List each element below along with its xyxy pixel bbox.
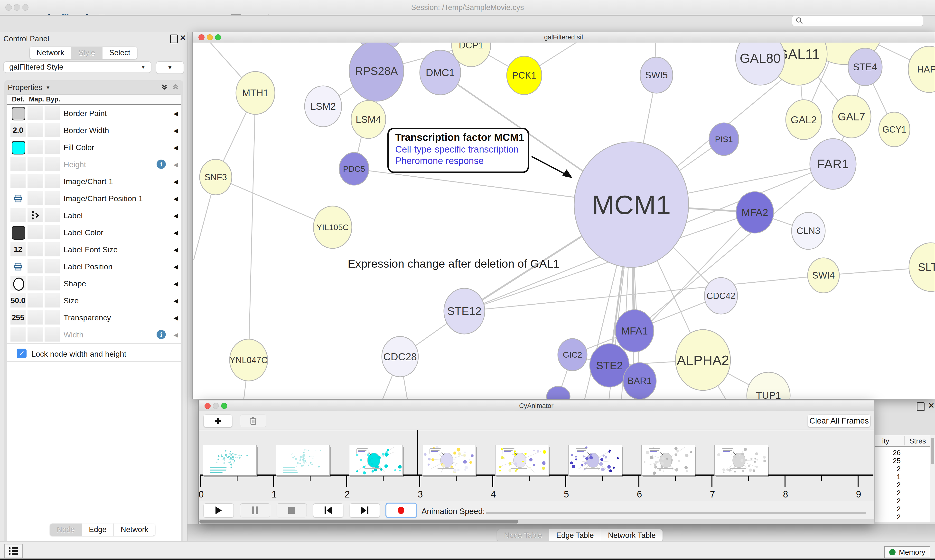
tab-network-table[interactable]: Network Table xyxy=(601,529,662,542)
property-row-label-font-size[interactable]: 12Label Font Size◀ xyxy=(7,241,181,258)
annotation-link[interactable]: Cell-type-specific transcription xyxy=(395,144,528,155)
frame-thumbnail-2[interactable] xyxy=(349,445,403,475)
chevron-down-icon[interactable]: ▼ xyxy=(46,85,50,91)
expand-property-icon[interactable]: ◀ xyxy=(174,212,178,219)
property-row-shape[interactable]: Shape◀ xyxy=(7,275,181,293)
property-row-border-paint[interactable]: Border Paint◀ xyxy=(7,105,181,122)
animation-speed-slider[interactable] xyxy=(486,512,866,514)
property-row-height[interactable]: Heighti◀ xyxy=(7,156,181,174)
default-value-cell[interactable] xyxy=(11,140,26,154)
property-row-transparency[interactable]: 255Transparency◀ xyxy=(7,309,181,327)
network-node-mcm1[interactable]: MCM1 xyxy=(574,142,688,267)
network-node-gal7[interactable]: GAL7 xyxy=(832,95,871,138)
close-panel-icon[interactable]: ✕ xyxy=(928,402,935,409)
property-row-label-color[interactable]: Label Color◀ xyxy=(7,224,181,242)
search-box[interactable] xyxy=(792,15,923,26)
network-node-mth1[interactable]: MTH1 xyxy=(236,72,275,114)
table-row[interactable]: 2 xyxy=(876,489,901,497)
tab-network[interactable]: Network xyxy=(30,47,72,59)
frame-thumbnail-0[interactable] xyxy=(203,445,257,475)
expand-property-icon[interactable]: ◀ xyxy=(174,161,178,168)
expand-all-icon[interactable] xyxy=(160,83,168,92)
timeline-horizontal-scrollbar[interactable] xyxy=(199,519,874,524)
network-node-lsm2[interactable]: LSM2 xyxy=(305,86,342,127)
frame-thumbnail-3[interactable] xyxy=(422,445,476,475)
mapping-cell[interactable] xyxy=(28,276,43,291)
collapse-all-icon[interactable] xyxy=(171,83,180,92)
default-value-cell[interactable]: 12 xyxy=(11,242,26,256)
bypass-cell[interactable] xyxy=(45,191,60,205)
table-vertical-scrollbar[interactable] xyxy=(930,435,935,522)
network-node-bar1[interactable]: BAR1 xyxy=(623,363,656,399)
default-value-cell[interactable] xyxy=(11,106,26,120)
pause-button[interactable] xyxy=(240,503,270,517)
network-node-gic2[interactable]: GIC2 xyxy=(558,338,587,371)
tab-edge-table[interactable]: Edge Table xyxy=(549,529,601,542)
network-node-gal80[interactable]: GAL80 xyxy=(736,43,785,85)
tab-style[interactable]: Style xyxy=(72,47,102,59)
mapping-cell[interactable] xyxy=(28,328,43,342)
default-value-cell[interactable] xyxy=(11,191,26,205)
default-value-cell[interactable] xyxy=(11,328,26,342)
task-history-button[interactable] xyxy=(5,544,23,558)
expand-property-icon[interactable]: ◀ xyxy=(174,246,178,253)
delete-frame-button[interactable] xyxy=(240,414,266,427)
property-row-label[interactable]: Label◀ xyxy=(7,207,181,225)
bypass-cell[interactable] xyxy=(45,225,60,239)
expand-property-icon[interactable]: ◀ xyxy=(174,332,178,338)
network-node-ste12[interactable]: STE12 xyxy=(444,288,485,334)
network-node-alpha2[interactable]: ALPHA2 xyxy=(676,330,730,391)
network-node-cdc28[interactable]: CDC28 xyxy=(382,337,418,377)
network-node-mfa1[interactable]: MFA1 xyxy=(615,310,654,352)
info-icon[interactable]: i xyxy=(157,330,166,339)
network-node-pis1[interactable]: PIS1 xyxy=(709,123,739,155)
network-node-gal2[interactable]: GAL2 xyxy=(786,100,822,140)
expand-property-icon[interactable]: ◀ xyxy=(174,127,178,134)
default-value-cell[interactable]: 50.0 xyxy=(11,293,26,308)
mapping-cell[interactable] xyxy=(28,259,43,274)
tab-select[interactable]: Select xyxy=(102,47,137,59)
mapping-cell[interactable] xyxy=(28,157,43,171)
mapping-cell[interactable] xyxy=(28,293,43,308)
network-node-cdc42[interactable]: CDC42 xyxy=(704,278,738,314)
expand-property-icon[interactable]: ◀ xyxy=(174,315,178,322)
play-button[interactable] xyxy=(204,503,234,517)
mapping-cell[interactable] xyxy=(28,174,43,188)
frame-thumbnail-1[interactable] xyxy=(276,445,330,475)
bypass-cell[interactable] xyxy=(45,123,60,137)
network-node-far1[interactable]: FAR1 xyxy=(810,138,856,189)
info-icon[interactable]: i xyxy=(157,160,166,169)
bypass-cell[interactable] xyxy=(45,174,60,188)
property-row-fill-color[interactable]: Fill Color◀ xyxy=(7,139,181,157)
bypass-cell[interactable] xyxy=(45,208,60,222)
node-table-header[interactable]: ity Stres xyxy=(875,435,930,447)
network-node-ynl047c[interactable]: YNL047C xyxy=(230,339,268,381)
tab-edge[interactable]: Edge xyxy=(82,523,114,536)
expand-property-icon[interactable]: ◀ xyxy=(174,144,178,151)
property-row-image-chart-1[interactable]: Image/Chart 1◀ xyxy=(7,173,181,191)
network-node-snf3[interactable]: SNF3 xyxy=(200,159,232,195)
annotation-link[interactable]: Pheromone response xyxy=(395,156,528,166)
default-value-cell[interactable]: 255 xyxy=(11,311,26,325)
mapping-cell[interactable] xyxy=(28,140,43,154)
record-button[interactable] xyxy=(386,503,417,517)
skip-start-button[interactable] xyxy=(313,503,343,517)
network-node-swi5[interactable]: SWI5 xyxy=(640,57,673,93)
mapping-cell[interactable] xyxy=(28,106,43,120)
network-node-ste4[interactable]: STE4 xyxy=(848,48,882,86)
network-node-pck1[interactable]: PCK1 xyxy=(507,56,542,95)
bypass-cell[interactable] xyxy=(45,293,60,308)
expand-property-icon[interactable]: ◀ xyxy=(174,195,178,202)
memory-button[interactable]: Memory xyxy=(884,546,930,558)
property-row-label-position[interactable]: Label Position◀ xyxy=(7,258,181,275)
network-node-yil105c[interactable]: YIL105C xyxy=(313,206,352,248)
bypass-cell[interactable] xyxy=(45,140,60,154)
stop-button[interactable] xyxy=(276,503,307,517)
property-row-border-width[interactable]: 2.0Border Width◀ xyxy=(7,122,181,139)
search-input[interactable] xyxy=(804,17,916,25)
table-row[interactable]: 2 xyxy=(876,465,901,473)
bypass-cell[interactable] xyxy=(45,157,60,171)
mapping-cell[interactable] xyxy=(28,242,43,256)
mapping-cell[interactable] xyxy=(28,311,43,325)
default-value-cell[interactable] xyxy=(11,174,26,188)
